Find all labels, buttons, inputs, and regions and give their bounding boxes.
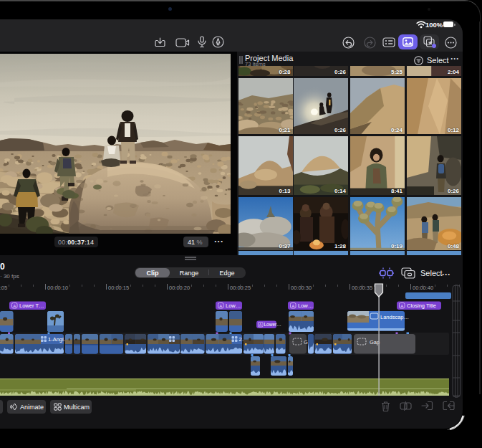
svg-text:Landscap…: Landscap…	[380, 314, 409, 320]
svg-text:A: A	[219, 304, 222, 308]
svg-text:A: A	[291, 304, 294, 308]
svg-text:Closing Title: Closing Title	[407, 302, 436, 309]
svg-text:A: A	[259, 323, 262, 327]
svg-text:Gap: Gap	[370, 339, 380, 345]
svg-text:Low…: Low…	[298, 302, 313, 309]
svg-text:Low…: Low…	[226, 302, 241, 309]
svg-text:G: G	[304, 339, 308, 345]
svg-text:Lower T…: Lower T…	[19, 302, 44, 309]
svg-text:A: A	[13, 304, 16, 308]
svg-text:A: A	[400, 304, 403, 308]
svg-text:Lower…: Lower…	[264, 322, 281, 327]
